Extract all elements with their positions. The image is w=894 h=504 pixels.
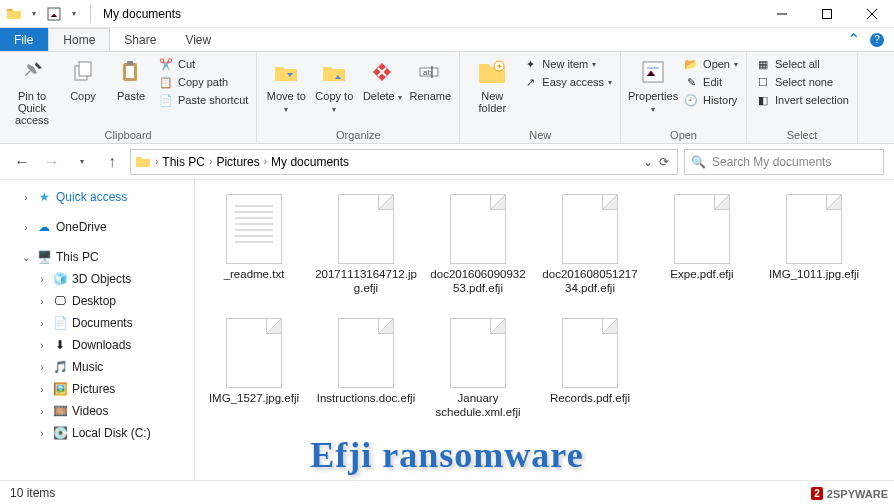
properties-icon[interactable] (46, 6, 62, 22)
breadcrumb-seg[interactable]: Pictures (216, 155, 259, 169)
copy-label: Copy (70, 90, 96, 102)
svg-rect-8 (126, 66, 134, 78)
search-box[interactable]: 🔍 Search My documents (684, 149, 884, 175)
new-folder-button[interactable]: ✦ New folder (468, 56, 516, 114)
forward-button[interactable]: → (40, 150, 64, 174)
down-icon[interactable]: ▾ (26, 6, 42, 22)
address-bar[interactable]: › This PC › Pictures › My documents ⌄ ⟳ (130, 149, 678, 175)
file-name: doc201606090932 53.pdf.efji (425, 268, 531, 296)
tree-item[interactable]: ›🧊3D Objects (0, 268, 194, 290)
expand-icon[interactable]: › (36, 384, 48, 395)
tree-item[interactable]: ›💽Local Disk (C:) (0, 422, 194, 444)
select-none-button[interactable]: ☐Select none (755, 74, 849, 90)
refresh-icon[interactable]: ⟳ (659, 155, 669, 169)
expand-icon[interactable]: › (36, 428, 48, 439)
spyware-badge: 2 2SPYWARE (805, 483, 894, 504)
tree-item[interactable]: ›🎵Music (0, 356, 194, 378)
invert-selection-button[interactable]: ◧Invert selection (755, 92, 849, 108)
unknown-file-icon (450, 318, 506, 388)
maximize-button[interactable] (804, 0, 849, 28)
svg-rect-15 (643, 62, 663, 82)
nav-pane: › ★ Quick access › ☁ OneDrive ⌄ 🖥️ This … (0, 180, 195, 480)
move-to-button[interactable]: Move to ▾ (265, 56, 307, 115)
collapse-icon[interactable]: ⌄ (20, 252, 32, 263)
status-bar: 10 items ≡ ▦ (0, 480, 894, 504)
file-item[interactable]: doc201606090932 53.pdf.efji (425, 190, 531, 310)
back-button[interactable]: ← (10, 150, 34, 174)
properties-button[interactable]: Properties ▾ (629, 56, 677, 115)
delete-button[interactable]: Delete ▾ (361, 56, 403, 103)
breadcrumb-seg[interactable]: This PC (162, 155, 205, 169)
chevron-icon[interactable]: › (155, 156, 158, 167)
files-view[interactable]: _readme.txt20171113164712.jpg.efjidoc201… (195, 180, 894, 480)
pin-quick-access-button[interactable]: Pin to Quick access (8, 56, 56, 126)
file-item[interactable]: _readme.txt (201, 190, 307, 310)
chevron-icon[interactable]: › (264, 156, 267, 167)
tab-share[interactable]: Share (110, 28, 171, 51)
tree-item[interactable]: ›⬇Downloads (0, 334, 194, 356)
expand-icon[interactable]: › (36, 340, 48, 351)
edit-button[interactable]: ✎Edit (683, 74, 738, 90)
file-item[interactable]: IMG_1527.jpg.efji (201, 314, 307, 434)
tree-label: OneDrive (56, 220, 107, 234)
help-icon[interactable]: ? (870, 33, 884, 47)
tree-quick-access[interactable]: › ★ Quick access (0, 186, 194, 208)
file-item[interactable]: 20171113164712.jpg.efji (313, 190, 419, 310)
ribbon-collapse-icon[interactable]: ⌃ (847, 30, 860, 49)
unknown-file-icon (562, 194, 618, 264)
group-label-organize: Organize (265, 127, 451, 141)
file-item[interactable]: Instructions.doc.efji (313, 314, 419, 434)
tree-this-pc[interactable]: ⌄ 🖥️ This PC (0, 246, 194, 268)
select-all-button[interactable]: ▦Select all (755, 56, 849, 72)
chevron-icon[interactable]: › (209, 156, 212, 167)
expand-icon[interactable]: › (36, 406, 48, 417)
folder-type-icon: 🖵 (52, 293, 68, 309)
minimize-button[interactable] (759, 0, 804, 28)
cut-button[interactable]: ✂️Cut (158, 56, 248, 72)
tree-item[interactable]: ›🎞️Videos (0, 400, 194, 422)
tab-home[interactable]: Home (48, 28, 110, 51)
tree-label: Downloads (72, 338, 131, 352)
svg-rect-6 (79, 62, 91, 76)
file-item[interactable]: doc201608051217 34.pdf.efji (537, 190, 643, 310)
tree-item[interactable]: ›🖵Desktop (0, 290, 194, 312)
expand-icon[interactable]: › (20, 222, 32, 233)
tree-item[interactable]: ›📄Documents (0, 312, 194, 334)
unknown-file-icon (450, 194, 506, 264)
paste-shortcut-button[interactable]: 📄Paste shortcut (158, 92, 248, 108)
copy-icon (67, 56, 99, 88)
breadcrumb-seg[interactable]: My documents (271, 155, 349, 169)
rename-button[interactable]: ab Rename (409, 56, 451, 102)
expand-icon[interactable]: › (36, 274, 48, 285)
file-item[interactable]: January schedule.xml.efji (425, 314, 531, 434)
paste-button[interactable]: Paste (110, 56, 152, 102)
copy-to-button[interactable]: Copy to ▾ (313, 56, 355, 115)
file-item[interactable]: IMG_1011.jpg.efji (761, 190, 867, 310)
expand-icon[interactable]: › (36, 296, 48, 307)
file-item[interactable]: Records.pdf.efji (537, 314, 643, 434)
open-button[interactable]: 📂Open ▾ (683, 56, 738, 72)
up-button[interactable]: ↑ (100, 150, 124, 174)
expand-icon[interactable]: › (36, 362, 48, 373)
window-title: My documents (103, 7, 181, 21)
tab-view[interactable]: View (171, 28, 226, 51)
tree-item[interactable]: ›🖼️Pictures (0, 378, 194, 400)
tab-file[interactable]: File (0, 28, 48, 51)
easy-access-button[interactable]: ↗Easy access ▾ (522, 74, 612, 90)
copy-button[interactable]: Copy (62, 56, 104, 102)
tree-onedrive[interactable]: › ☁ OneDrive (0, 216, 194, 238)
folder-type-icon: 📄 (52, 315, 68, 331)
dropdown-icon[interactable]: ▾ (66, 6, 82, 22)
expand-icon[interactable]: › (36, 318, 48, 329)
recent-locations-button[interactable]: ▾ (70, 150, 94, 174)
file-name: January schedule.xml.efji (425, 392, 531, 420)
new-item-button[interactable]: ✦New item ▾ (522, 56, 612, 72)
tree-label: Pictures (72, 382, 115, 396)
expand-icon[interactable]: › (20, 192, 32, 203)
paste-label: Paste (117, 90, 145, 102)
copy-path-button[interactable]: 📋Copy path (158, 74, 248, 90)
history-button[interactable]: 🕘History (683, 92, 738, 108)
file-item[interactable]: Expe.pdf.efji (649, 190, 755, 310)
address-dropdown-icon[interactable]: ⌄ (643, 155, 653, 169)
close-button[interactable] (849, 0, 894, 28)
